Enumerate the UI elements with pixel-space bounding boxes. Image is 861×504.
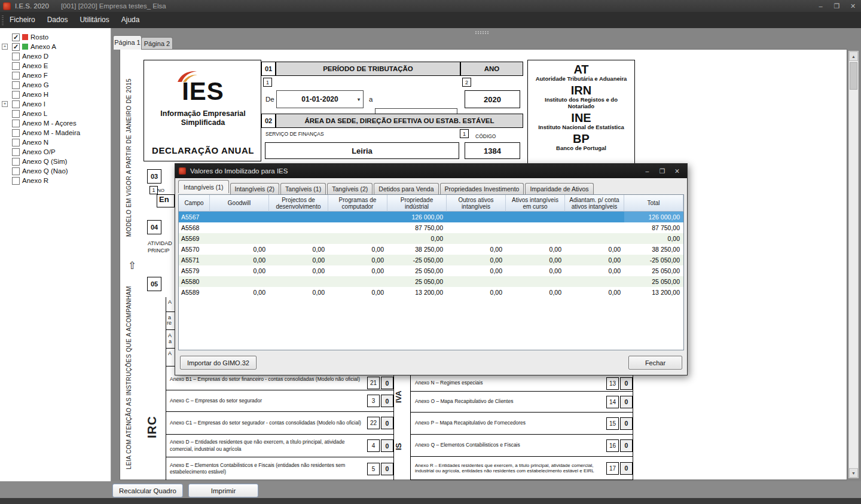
menu-item[interactable]: Ajuda xyxy=(115,12,146,28)
annex-value[interactable]: 0 xyxy=(381,377,393,389)
annex-value[interactable]: 0 xyxy=(381,463,393,475)
annex-value[interactable]: 0 xyxy=(381,395,393,407)
grid-row[interactable]: A55690,000,00 xyxy=(179,233,683,244)
tree-checkbox[interactable] xyxy=(12,72,20,80)
grid-row[interactable]: A55790,000,000,0025 050,000,000,000,0025… xyxy=(179,265,683,276)
tree-item[interactable]: + Anexo D xyxy=(0,51,111,61)
tree-checkbox[interactable]: ✓ xyxy=(12,33,20,41)
tree-checkbox[interactable] xyxy=(12,81,20,89)
tab-pagina-1[interactable]: Página 1 xyxy=(113,35,142,50)
campo-cell: A5589 xyxy=(179,287,210,298)
tree-checkbox[interactable] xyxy=(12,62,20,70)
tree-item[interactable]: + Anexo N xyxy=(0,138,111,147)
dialog-tab[interactable]: Tangíveis (1) xyxy=(280,183,326,194)
grid-row[interactable]: A55890,000,000,0013 200,000,000,000,0013… xyxy=(179,287,683,298)
tree-item[interactable]: + Anexo E xyxy=(0,61,111,71)
expand-plus-icon[interactable]: + xyxy=(2,101,8,107)
dialog-titlebar[interactable]: Valores do Imobilizado para IES – ❐ ✕ xyxy=(175,164,687,178)
column-header: Total xyxy=(624,195,683,212)
tree-item[interactable]: + Anexo M - Açores xyxy=(0,118,111,128)
scrollbar-thumb[interactable] xyxy=(850,62,857,90)
imprimir-button[interactable]: Imprimir xyxy=(188,484,258,497)
recalcular-quadro-button[interactable]: Recalcular Quadro xyxy=(112,484,183,497)
expand-plus-icon[interactable]: + xyxy=(2,44,8,50)
tree-item[interactable]: + ✓ Rosto xyxy=(0,32,111,42)
scroll-up-icon[interactable]: ▲ xyxy=(849,51,858,61)
close-icon[interactable]: ✕ xyxy=(845,0,861,12)
tree-checkbox[interactable] xyxy=(12,177,20,185)
menu-item[interactable]: Dados xyxy=(41,12,74,28)
tree-checkbox[interactable] xyxy=(12,120,20,127)
q02-header: ÁREA DA SEDE, DIREÇÃO EFETIVA OU ESTAB. … xyxy=(276,114,523,128)
servico-financas-field[interactable]: Leiria xyxy=(265,142,459,159)
tab-pagina-2[interactable]: Página 2 xyxy=(141,37,173,50)
annex-value[interactable]: 0 xyxy=(381,417,393,429)
vertical-scrollbar[interactable]: ▲ ▼ xyxy=(848,51,859,478)
tree-item[interactable]: + Anexo Q (Sim) xyxy=(0,157,111,166)
annex-value[interactable]: 0 xyxy=(620,377,633,390)
tree-checkbox[interactable] xyxy=(12,100,20,108)
column-header: Outros ativos intangíveis xyxy=(447,195,506,212)
dialog-tab[interactable]: Imparidade de Ativos xyxy=(525,183,593,194)
tree-item[interactable]: + Anexo O/P xyxy=(0,147,111,157)
grid-row[interactable]: A55700,000,000,0038 250,000,000,000,0038… xyxy=(179,244,683,255)
tree-checkbox[interactable]: ✓ xyxy=(12,43,20,51)
scroll-down-icon[interactable]: ▼ xyxy=(849,468,858,478)
maximize-icon[interactable]: ❐ xyxy=(829,0,845,12)
menu-item[interactable]: Utilitários xyxy=(74,12,115,28)
menu-item[interactable]: Ficheiro xyxy=(4,12,41,28)
fechar-button[interactable]: Fechar xyxy=(628,356,682,369)
minimize-icon[interactable]: – xyxy=(813,0,829,12)
tree-item[interactable]: + Anexo I xyxy=(0,99,111,109)
tree-checkbox[interactable] xyxy=(12,91,20,99)
tree-checkbox[interactable] xyxy=(12,53,20,60)
value-cell: 25 050,00 xyxy=(387,265,447,276)
tree-item[interactable]: + Anexo M - Madeira xyxy=(0,128,111,138)
import-gimo-button[interactable]: Importar do GIMO.32 xyxy=(180,356,257,369)
annex-value[interactable]: 0 xyxy=(620,462,633,475)
tree-checkbox[interactable] xyxy=(12,148,20,156)
institution-name: Autoridade Tributária e Aduaneira xyxy=(528,76,634,84)
dialog-minimize-icon[interactable]: – xyxy=(640,164,655,178)
codigo-field[interactable]: 1384 xyxy=(465,142,520,159)
dialog-tab[interactable]: Tangíveis (2) xyxy=(327,183,373,194)
value-cell: -25 050,00 xyxy=(387,255,447,265)
dialog-tab[interactable]: Propriedades Investimento xyxy=(440,183,524,194)
q03-entity-field[interactable]: En xyxy=(157,194,175,207)
q01-header: PERÍODO DE TRIBUTAÇÃO xyxy=(276,62,460,76)
dialog-tab[interactable]: Intangíveis (2) xyxy=(230,183,280,194)
tree-item-label: Anexo G xyxy=(22,81,49,88)
drag-grip-icon[interactable] xyxy=(475,33,488,34)
year-field[interactable]: 2020 xyxy=(465,90,520,108)
tree-checkbox[interactable] xyxy=(12,167,20,175)
tree-item[interactable]: + Anexo G xyxy=(0,80,111,90)
grid-row[interactable]: A55710,000,000,00-25 050,000,000,000,00-… xyxy=(179,255,683,265)
tree-item[interactable]: + Anexo R xyxy=(0,176,111,185)
tree-item[interactable]: + Anexo L xyxy=(0,109,111,118)
drag-grip-icon[interactable] xyxy=(475,31,488,32)
annex-value[interactable]: 0 xyxy=(620,396,633,408)
dialog-maximize-icon[interactable]: ❐ xyxy=(655,164,670,178)
dialog-tab[interactable]: Intangíveis (1) xyxy=(178,180,229,193)
annex-field-number: 4 xyxy=(367,439,380,452)
tree-checkbox[interactable] xyxy=(12,139,20,146)
dialog-close-icon[interactable]: ✕ xyxy=(670,164,685,178)
grid-row[interactable]: A558025 050,0025 050,00 xyxy=(179,276,683,287)
annex-value[interactable]: 0 xyxy=(381,439,393,452)
grid-row[interactable]: A5567126 000,00126 000,00 xyxy=(179,212,683,222)
tree-checkbox[interactable] xyxy=(12,158,20,166)
tree-item[interactable]: + Anexo F xyxy=(0,71,111,80)
grid-row[interactable]: A556887 750,0087 750,00 xyxy=(179,222,683,233)
tree-item-label: Anexo L xyxy=(22,110,47,117)
tree-item[interactable]: + Anexo Q (Nao) xyxy=(0,166,111,176)
annex-value[interactable]: 0 xyxy=(620,439,633,452)
tree-checkbox[interactable] xyxy=(12,110,20,118)
tree-checkbox[interactable] xyxy=(12,129,20,137)
annex-value[interactable]: 0 xyxy=(620,417,633,430)
date-from-dropdown[interactable]: 01-01-2020 ▾ xyxy=(276,90,364,108)
row-separator xyxy=(166,311,175,312)
annex-label: Anexo C – Empresas do setor segurador xyxy=(166,398,366,404)
dialog-tab[interactable]: Detidos para Venda xyxy=(374,183,438,194)
tree-item[interactable]: + Anexo H xyxy=(0,90,111,99)
tree-item[interactable]: + ✓ Anexo A xyxy=(0,42,111,51)
